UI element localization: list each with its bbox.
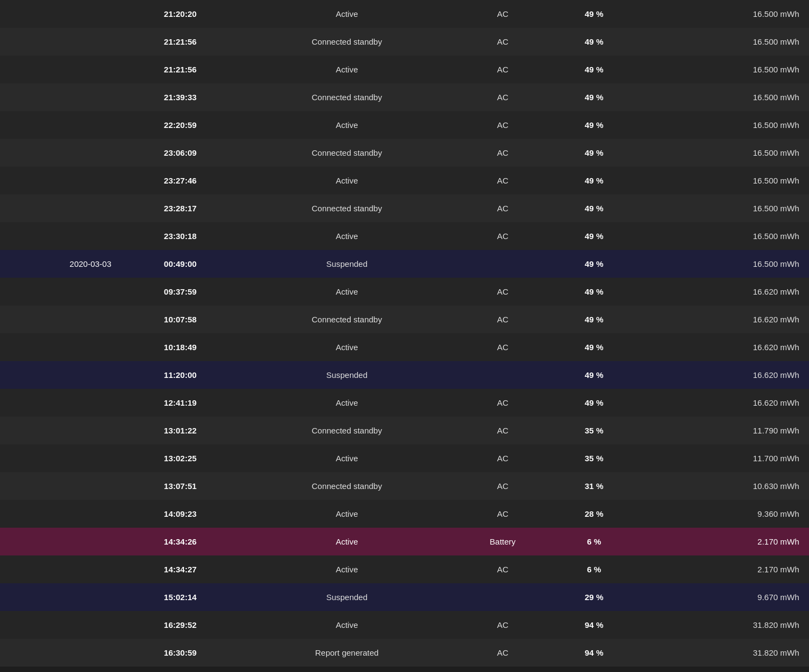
percent-cell: 49 % [551,28,637,56]
table-row: 21:20:20ActiveAC49 %16.500 mWh [0,0,809,28]
date-cell [0,611,121,639]
state-cell: Active [240,333,455,361]
source-cell [455,361,551,389]
state-cell: Active [240,528,455,555]
source-cell: AC [455,389,551,417]
table-row: 09:37:59ActiveAC49 %16.620 mWh [0,278,809,306]
state-cell: Active [240,111,455,139]
date-cell [0,83,121,111]
table-row: 16:30:59Report generatedAC94 %31.820 mWh [0,639,809,667]
table-row: 14:34:27ActiveAC6 %2.170 mWh [0,555,809,583]
time-cell: 21:21:56 [121,28,240,56]
percent-cell: 49 % [551,167,637,194]
date-cell [0,417,121,444]
state-cell: Active [240,500,455,528]
energy-cell: 16.500 mWh [637,250,809,278]
source-cell: AC [455,500,551,528]
time-cell: 09:37:59 [121,278,240,306]
percent-cell: 49 % [551,111,637,139]
table-row: 11:20:00Suspended49 %16.620 mWh [0,361,809,389]
source-cell: AC [455,222,551,250]
state-cell: Connected standby [240,194,455,222]
source-cell: AC [455,28,551,56]
time-cell: 16:29:52 [121,611,240,639]
percent-cell: 94 % [551,611,637,639]
percent-cell: 49 % [551,83,637,111]
date-cell [0,139,121,167]
percent-cell: 35 % [551,444,637,472]
percent-cell: 49 % [551,56,637,83]
source-cell: AC [455,278,551,306]
source-cell: AC [455,417,551,444]
percent-cell: 94 % [551,639,637,667]
state-cell: Active [240,222,455,250]
date-cell [0,0,121,28]
source-cell: AC [455,306,551,333]
energy-cell: 9.670 mWh [637,583,809,611]
state-cell: Active [240,56,455,83]
table-row: 10:07:58Connected standbyAC49 %16.620 mW… [0,306,809,333]
time-cell: 14:09:23 [121,500,240,528]
date-cell [0,278,121,306]
energy-table: 21:20:20ActiveAC49 %16.500 mWh21:21:56Co… [0,0,809,667]
state-cell: Connected standby [240,306,455,333]
source-cell: AC [455,611,551,639]
energy-cell: 16.500 mWh [637,222,809,250]
time-cell: 23:28:17 [121,194,240,222]
state-cell: Connected standby [240,28,455,56]
energy-cell: 9.360 mWh [637,500,809,528]
table-row: 22:20:59ActiveAC49 %16.500 mWh [0,111,809,139]
percent-cell: 49 % [551,222,637,250]
state-cell: Suspended [240,583,455,611]
date-cell: 2020-03-03 [0,250,121,278]
energy-cell: 11.790 mWh [637,417,809,444]
date-cell [0,56,121,83]
date-cell [0,639,121,667]
energy-cell: 16.500 mWh [637,83,809,111]
percent-cell: 6 % [551,528,637,555]
percent-cell: 49 % [551,250,637,278]
time-cell: 13:01:22 [121,417,240,444]
time-cell: 10:07:58 [121,306,240,333]
table-row: 21:39:33Connected standbyAC49 %16.500 mW… [0,83,809,111]
table-row: 2020-03-0300:49:00Suspended49 %16.500 mW… [0,250,809,278]
energy-cell: 16.620 mWh [637,333,809,361]
table-row: 23:27:46ActiveAC49 %16.500 mWh [0,167,809,194]
source-cell: AC [455,0,551,28]
time-cell: 16:30:59 [121,639,240,667]
table-row: 23:28:17Connected standbyAC49 %16.500 mW… [0,194,809,222]
energy-cell: 16.500 mWh [637,56,809,83]
percent-cell: 31 % [551,472,637,500]
date-cell [0,444,121,472]
percent-cell: 29 % [551,583,637,611]
source-cell: AC [455,555,551,583]
energy-cell: 16.500 mWh [637,111,809,139]
date-cell [0,306,121,333]
time-cell: 21:21:56 [121,56,240,83]
table-row: 23:30:18ActiveAC49 %16.500 mWh [0,222,809,250]
date-cell [0,111,121,139]
source-cell: AC [455,111,551,139]
date-cell [0,555,121,583]
percent-cell: 6 % [551,555,637,583]
time-cell: 23:27:46 [121,167,240,194]
state-cell: Connected standby [240,417,455,444]
table-row: 21:21:56Connected standbyAC49 %16.500 mW… [0,28,809,56]
energy-cell: 16.620 mWh [637,306,809,333]
state-cell: Connected standby [240,139,455,167]
energy-cell: 31.820 mWh [637,611,809,639]
table-row: 14:09:23ActiveAC28 %9.360 mWh [0,500,809,528]
time-cell: 13:02:25 [121,444,240,472]
table-row: 21:21:56ActiveAC49 %16.500 mWh [0,56,809,83]
date-cell [0,500,121,528]
state-cell: Active [240,611,455,639]
time-cell: 21:39:33 [121,83,240,111]
date-cell [0,389,121,417]
percent-cell: 35 % [551,417,637,444]
energy-cell: 2.170 mWh [637,528,809,555]
percent-cell: 49 % [551,278,637,306]
source-cell: AC [455,444,551,472]
energy-cell: 16.500 mWh [637,139,809,167]
date-cell [0,333,121,361]
date-cell [0,361,121,389]
